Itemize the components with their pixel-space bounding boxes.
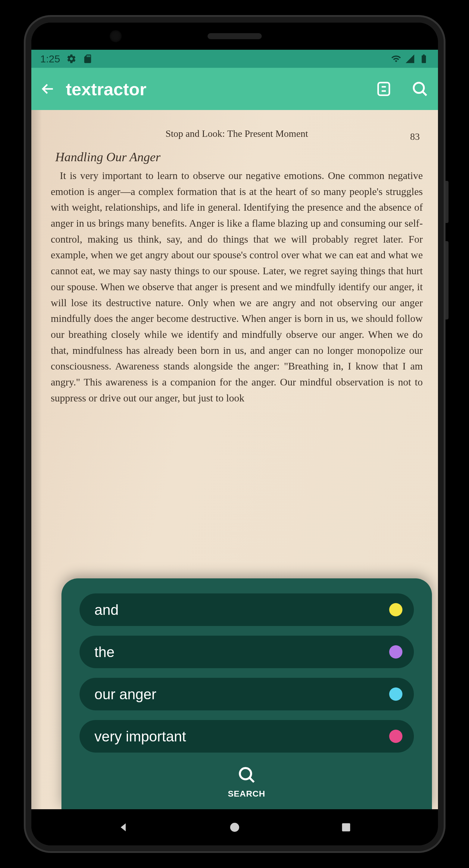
search-term-pill[interactable]: the: [79, 636, 414, 668]
document-icon: [375, 81, 392, 97]
color-dot-cyan: [389, 687, 402, 701]
triangle-left-icon: [117, 821, 129, 833]
nav-back-button[interactable]: [114, 818, 132, 836]
speaker-grille: [207, 33, 262, 39]
svg-point-6: [240, 768, 251, 779]
section-title: Handling Our Anger: [56, 150, 423, 164]
gear-icon: [66, 54, 76, 64]
search-term-pill[interactable]: very important: [79, 720, 414, 752]
nav-home-button[interactable]: [226, 818, 244, 836]
search-term-label: and: [95, 601, 119, 618]
search-term-pill[interactable]: and: [79, 593, 414, 626]
nav-recents-button[interactable]: [337, 818, 355, 836]
status-bar: 1:25: [31, 50, 438, 68]
volume-button[interactable]: [445, 241, 448, 319]
search-action-button[interactable]: SEARCH: [79, 765, 414, 799]
sensor: [128, 30, 134, 43]
color-dot-yellow: [389, 603, 402, 616]
search-icon: [237, 765, 256, 784]
power-button[interactable]: [445, 181, 448, 223]
page-number: 83: [410, 131, 420, 142]
content-area: Stop and Look: The Present Moment 83 Han…: [31, 110, 438, 809]
search-panel: and the our anger very important: [62, 578, 432, 809]
battery-icon: [419, 54, 429, 64]
svg-point-8: [230, 823, 239, 832]
svg-line-5: [422, 91, 426, 95]
phone-frame: 1:25 textractor: [24, 15, 445, 853]
extract-button[interactable]: [373, 79, 394, 99]
notch: [31, 23, 438, 50]
phone-screen: 1:25 textractor: [31, 23, 438, 845]
front-camera: [110, 30, 122, 42]
circle-icon: [229, 822, 240, 833]
search-term-pill[interactable]: our anger: [79, 678, 414, 710]
status-time: 1:25: [40, 53, 60, 65]
svg-rect-1: [378, 83, 389, 95]
color-dot-pink: [389, 730, 402, 743]
search-action-label: SEARCH: [228, 789, 265, 799]
page-header-text: Stop and Look: The Present Moment: [165, 128, 308, 139]
wifi-icon: [391, 54, 401, 64]
body-text: It is very important to learn to observe…: [51, 168, 423, 406]
back-button[interactable]: [39, 80, 57, 98]
navigation-bar: [31, 809, 438, 845]
search-button[interactable]: [409, 79, 430, 99]
svg-rect-9: [342, 824, 350, 832]
arrow-left-icon: [40, 82, 56, 96]
square-icon: [341, 822, 351, 833]
signal-icon: [405, 54, 415, 64]
svg-point-4: [413, 83, 424, 93]
search-term-label: our anger: [95, 686, 156, 703]
sd-card-icon: [82, 54, 93, 64]
search-term-label: the: [95, 644, 115, 660]
app-bar: textractor: [31, 68, 438, 110]
search-term-label: very important: [95, 728, 186, 745]
app-title: textractor: [66, 79, 358, 99]
search-icon: [411, 80, 429, 98]
color-dot-purple: [389, 645, 402, 658]
svg-line-7: [249, 778, 254, 782]
